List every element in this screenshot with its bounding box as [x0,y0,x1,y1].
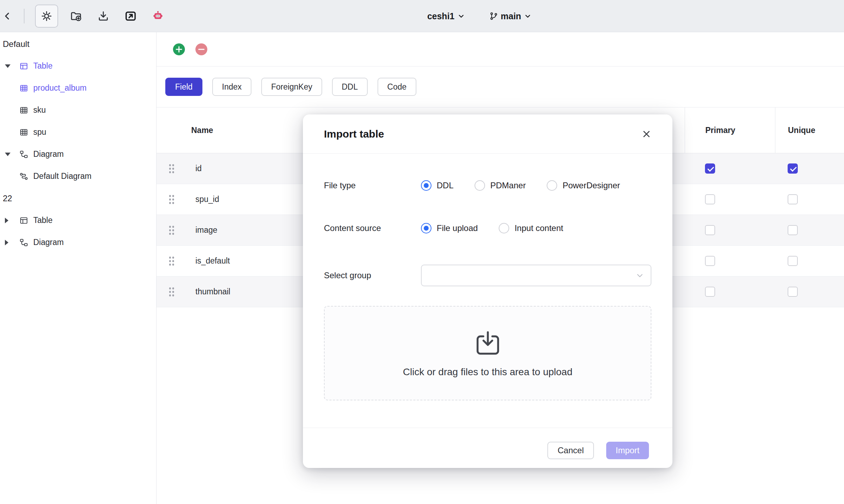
tab-code[interactable]: Code [378,78,416,96]
new-folder-button[interactable] [67,7,85,26]
export-button[interactable] [121,7,140,26]
ai-assistant-button[interactable] [148,7,167,26]
field-name: id [195,164,202,173]
remove-field-button[interactable] [195,43,208,56]
primary-checkbox[interactable] [705,194,715,204]
group-select[interactable] [421,265,651,286]
file-type-options: DDL PDManer PowerDesigner [421,180,620,191]
sidebar-item-diagram-2[interactable]: Diagram [0,231,156,253]
tree-label: sku [33,105,46,115]
unique-checkbox[interactable] [788,256,798,266]
drag-handle-icon[interactable] [168,287,175,297]
toolbar: ceshi1 main [0,0,844,32]
toolbar-left-group [0,5,167,28]
file-dropzone[interactable]: Click or drag files to this area to uplo… [324,306,651,400]
radio-option-powerdesigner[interactable]: PowerDesigner [547,180,620,191]
folder-add-icon [70,10,82,22]
select-group-label: Select group [324,271,421,280]
dropzone-text: Click or drag files to this area to uplo… [403,366,572,378]
content-source-options: File upload Input content [421,223,563,233]
tab-ddl[interactable]: DDL [332,78,368,96]
sidebar: Default Table product_album sku [0,32,157,504]
table-icon [19,216,28,225]
branch-selector[interactable]: main [490,11,532,21]
field-name: image [195,225,217,235]
sidebar-item-spu[interactable]: spu [0,121,156,143]
cancel-button[interactable]: Cancel [547,442,594,459]
content-source-row: Content source File upload Input content [324,222,651,234]
tree-label: Diagram [33,149,64,159]
plus-icon [173,43,185,56]
workspace-selector[interactable]: ceshi1 [427,11,465,21]
modal-body: File type DDL PDManer PowerDesigner [303,154,672,400]
radio-icon[interactable] [499,223,509,233]
primary-checkbox[interactable] [705,163,715,174]
table-icon [19,62,28,71]
column-header-primary: Primary [685,107,775,153]
caret-right-icon[interactable] [5,218,8,223]
close-icon [641,129,652,139]
sidebar-item-default-diagram[interactable]: Default Diagram [0,165,156,187]
sidebar-group-default[interactable]: Default [0,33,156,55]
file-type-label: File type [324,181,421,190]
unique-checkbox[interactable] [788,225,798,235]
close-button[interactable] [639,126,654,142]
app-window: ceshi1 main Default Table [0,0,844,504]
modal-title: Import table [324,128,639,140]
column-header-unique: Unique [775,107,844,153]
primary-checkbox[interactable] [705,287,715,297]
primary-checkbox[interactable] [705,256,715,266]
table-tab-bar: Field Index ForeignKey DDL Code [157,66,844,107]
select-group-row: Select group [324,265,651,286]
branch-name: main [501,11,521,21]
caret-right-icon[interactable] [5,240,8,245]
back-button[interactable] [1,7,13,26]
drag-handle-icon[interactable] [168,225,175,236]
content-source-label: Content source [324,223,421,233]
primary-checkbox[interactable] [705,225,715,235]
table-action-bar [157,32,844,66]
radio-icon[interactable] [547,180,557,191]
import-table-modal: Import table File type DDL PDManer [303,114,672,468]
drag-handle-icon[interactable] [168,256,175,266]
import-button-toolbar[interactable] [94,7,113,26]
radio-option-input-content[interactable]: Input content [499,223,563,233]
tree-label: spu [33,127,46,137]
unique-checkbox[interactable] [788,287,798,297]
tree-label: Table [33,61,53,71]
sidebar-item-table-2[interactable]: Table [0,209,156,231]
ai-robot-icon [152,10,164,22]
tab-index[interactable]: Index [212,78,251,96]
radio-icon[interactable] [475,180,485,191]
settings-button[interactable] [35,5,58,28]
unique-checkbox[interactable] [788,194,798,204]
sidebar-item-product-album[interactable]: product_album [0,77,156,99]
import-button[interactable]: Import [606,442,649,459]
tab-foreignkey[interactable]: ForeignKey [261,78,322,96]
drag-handle-icon[interactable] [168,194,175,205]
caret-down-icon[interactable] [5,64,11,68]
chevron-down-icon [524,12,532,20]
modal-header: Import table [303,114,672,154]
sidebar-item-table[interactable]: Table [0,55,156,77]
radio-icon[interactable] [421,180,431,191]
radio-option-ddl[interactable]: DDL [421,180,454,191]
tab-field[interactable]: Field [165,78,202,96]
workspace-name: ceshi1 [427,11,455,21]
chevron-left-icon [2,11,13,21]
group-label: 22 [3,194,12,203]
radio-icon[interactable] [421,223,431,233]
caret-down-icon[interactable] [5,153,11,156]
radio-option-pdmaner[interactable]: PDManer [475,180,526,191]
radio-option-file-upload[interactable]: File upload [421,223,478,233]
toolbar-center-group: ceshi1 main [427,0,532,32]
add-field-button[interactable] [173,43,185,56]
field-name: spu_id [195,195,219,204]
sidebar-group-22[interactable]: 22 [0,187,156,209]
sidebar-item-diagram[interactable]: Diagram [0,143,156,165]
field-name: is_default [195,256,230,266]
group-label: Default [3,39,29,49]
sidebar-item-sku[interactable]: sku [0,99,156,121]
drag-handle-icon[interactable] [168,163,175,174]
unique-checkbox[interactable] [788,163,798,174]
